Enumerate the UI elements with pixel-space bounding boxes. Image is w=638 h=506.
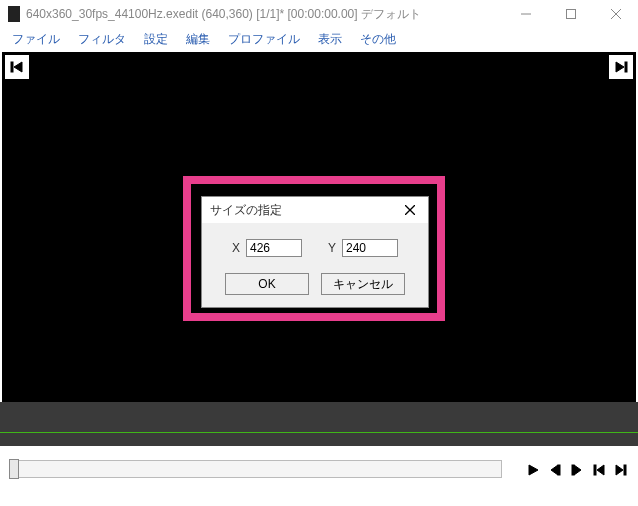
window-title: 640x360_30fps_44100Hz.exedit (640,360) [… xyxy=(26,6,421,23)
seek-slider[interactable] xyxy=(10,460,502,478)
svg-marker-6 xyxy=(616,62,624,72)
svg-rect-15 xyxy=(594,465,596,475)
dialog-titlebar[interactable]: サイズの指定 xyxy=(202,197,428,223)
svg-marker-16 xyxy=(597,465,604,475)
timeline-strip xyxy=(0,402,638,446)
app-icon xyxy=(8,6,20,22)
play-button[interactable] xyxy=(522,460,544,480)
dialog-buttons: OK キャンセル xyxy=(214,273,416,295)
menu-view[interactable]: 表示 xyxy=(310,29,350,50)
menu-settings[interactable]: 設定 xyxy=(136,29,176,50)
timeline-marker-line xyxy=(0,432,638,433)
cancel-button[interactable]: キャンセル xyxy=(321,273,405,295)
prev-frame-button[interactable] xyxy=(544,460,566,480)
svg-marker-11 xyxy=(551,465,558,475)
menu-profile[interactable]: プロファイル xyxy=(220,29,308,50)
menu-file[interactable]: ファイル xyxy=(4,29,68,50)
svg-marker-10 xyxy=(529,465,538,475)
frame-start-button[interactable] xyxy=(5,55,29,79)
dialog-close-button[interactable] xyxy=(396,199,424,221)
menu-other[interactable]: その他 xyxy=(352,29,404,50)
dialog-body: X Y OK キャンセル xyxy=(202,223,428,307)
menu-edit[interactable]: 編集 xyxy=(178,29,218,50)
menubar: ファイル フィルタ 設定 編集 プロファイル 表示 その他 xyxy=(0,28,638,50)
ok-button[interactable]: OK xyxy=(225,273,309,295)
svg-marker-17 xyxy=(616,465,623,475)
svg-rect-18 xyxy=(624,465,626,475)
maximize-button[interactable] xyxy=(548,0,593,28)
size-dialog: サイズの指定 X Y OK キャンセル xyxy=(201,196,429,308)
seek-thumb[interactable] xyxy=(9,459,19,479)
y-input[interactable] xyxy=(342,239,398,257)
frame-end-button[interactable] xyxy=(609,55,633,79)
goto-start-button[interactable] xyxy=(588,460,610,480)
x-input[interactable] xyxy=(246,239,302,257)
bottom-controls xyxy=(0,450,638,506)
next-frame-button[interactable] xyxy=(566,460,588,480)
goto-end-button[interactable] xyxy=(610,460,632,480)
svg-marker-5 xyxy=(14,62,22,72)
y-label: Y xyxy=(328,241,336,255)
svg-marker-14 xyxy=(574,465,581,475)
svg-rect-4 xyxy=(11,62,13,72)
svg-rect-7 xyxy=(625,62,627,72)
preview-area: サイズの指定 X Y OK キャンセル xyxy=(2,52,636,402)
menu-filter[interactable]: フィルタ xyxy=(70,29,134,50)
svg-rect-1 xyxy=(566,10,575,19)
x-label: X xyxy=(232,241,240,255)
minimize-button[interactable] xyxy=(503,0,548,28)
playback-controls xyxy=(522,460,632,480)
svg-rect-12 xyxy=(558,465,560,475)
titlebar: 640x360_30fps_44100Hz.exedit (640,360) [… xyxy=(0,0,638,28)
dialog-title-text: サイズの指定 xyxy=(210,202,282,219)
size-inputs-row: X Y xyxy=(214,239,416,257)
close-button[interactable] xyxy=(593,0,638,28)
